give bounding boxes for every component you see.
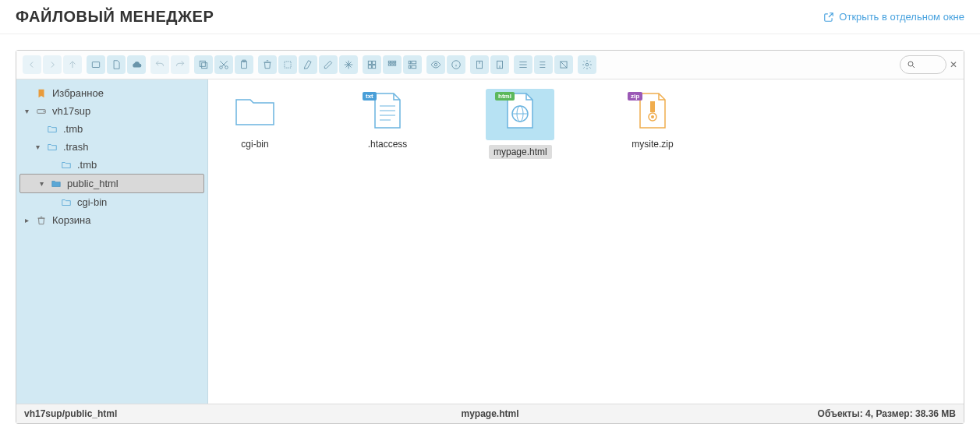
tree-recycle[interactable]: ▸ Корзина: [16, 211, 207, 229]
select-button[interactable]: [278, 55, 297, 74]
svg-rect-12: [368, 65, 371, 69]
info-button[interactable]: [447, 55, 465, 74]
tree-cgibin[interactable]: cgi-bin: [16, 193, 207, 211]
html-file-icon: html: [498, 92, 542, 129]
settings-button[interactable]: [578, 55, 596, 74]
external-link-icon: [823, 12, 834, 23]
svg-rect-10: [368, 61, 371, 64]
cut-button[interactable]: [214, 55, 233, 74]
new-folder-button[interactable]: [87, 55, 105, 74]
view-icons-button[interactable]: [363, 55, 381, 74]
page-title: ФАЙЛОВЫЙ МЕНЕДЖЕР: [16, 8, 214, 26]
folder-icon: [46, 142, 58, 153]
archive-button[interactable]: [490, 55, 509, 74]
page-header: ФАЙЛОВЫЙ МЕНЕДЖЕР Открыть в отдельном ок…: [0, 0, 980, 34]
zip-file-icon: zip: [631, 92, 674, 129]
svg-rect-11: [373, 61, 376, 64]
svg-point-29: [586, 63, 589, 66]
folder-open-icon: [50, 178, 62, 189]
tree-public-html[interactable]: ▾ public_html: [19, 174, 204, 193]
svg-rect-22: [412, 61, 416, 64]
copy-button[interactable]: [194, 55, 213, 74]
undo-button[interactable]: [150, 55, 169, 74]
svg-point-42: [651, 115, 654, 118]
rename-button[interactable]: [299, 55, 317, 74]
svg-rect-23: [412, 65, 416, 69]
tree-tmb[interactable]: .tmb: [16, 120, 207, 138]
view-small-button[interactable]: [383, 55, 402, 74]
svg-point-30: [908, 62, 913, 66]
bookmark-icon: [35, 88, 48, 99]
preview-button[interactable]: [426, 55, 445, 74]
collapse-icon[interactable]: ▾: [23, 107, 30, 115]
svg-rect-2: [92, 62, 99, 68]
svg-rect-18: [391, 64, 393, 65]
svg-point-32: [44, 111, 44, 111]
file-item-html[interactable]: html mypage.html: [489, 92, 551, 159]
svg-rect-16: [394, 61, 395, 62]
paste-button[interactable]: [235, 55, 253, 74]
delete-button[interactable]: [258, 55, 277, 74]
up-button[interactable]: [63, 55, 82, 74]
tree-tmb2[interactable]: .tmb: [16, 156, 207, 174]
tree-sidebar: Избранное ▾ vh17sup .tmb ▾: [16, 79, 208, 404]
txt-file-icon: txt: [366, 92, 409, 129]
collapse-icon[interactable]: ▾: [37, 179, 45, 188]
forward-button[interactable]: [43, 55, 62, 74]
status-bar: vh17sup/public_html mypage.html Объекты:…: [16, 404, 964, 423]
search-icon: [907, 60, 916, 69]
status-summary: Объекты: 4, Размер: 38.36 MB: [818, 408, 956, 419]
svg-point-24: [434, 63, 437, 66]
tree-favorites[interactable]: Избранное: [16, 84, 207, 102]
svg-rect-13: [373, 65, 376, 69]
select-none-button[interactable]: [534, 55, 553, 74]
extract-button[interactable]: [470, 55, 489, 74]
svg-rect-14: [388, 61, 390, 62]
file-manager: ✕ Избранное ▾ vh17sup: [16, 50, 964, 424]
folder-icon: [60, 197, 73, 208]
toolbar: ✕: [16, 51, 964, 79]
file-item-zip[interactable]: zip mysite.zip: [621, 92, 684, 151]
svg-rect-19: [394, 64, 395, 65]
open-new-window-link[interactable]: Открыть в отдельном окне: [823, 11, 964, 23]
folder-icon: [46, 124, 58, 135]
invert-button[interactable]: [554, 55, 573, 74]
trash-icon: [35, 215, 48, 226]
expand-icon[interactable]: ▸: [23, 216, 30, 224]
tree-root[interactable]: ▾ vh17sup: [16, 102, 207, 120]
redo-button[interactable]: [171, 55, 189, 74]
status-selected: mypage.html: [461, 408, 518, 419]
back-button[interactable]: [23, 55, 41, 74]
svg-rect-21: [409, 65, 410, 69]
star-button[interactable]: [339, 55, 358, 74]
file-item-folder[interactable]: cgi-bin: [224, 92, 286, 151]
file-item-txt[interactable]: txt .htaccess: [356, 92, 419, 151]
status-path: vh17sup/public_html: [24, 408, 117, 419]
tree-trash[interactable]: ▾ .trash: [16, 138, 207, 156]
collapse-icon[interactable]: ▾: [34, 143, 41, 151]
svg-rect-4: [200, 61, 205, 66]
folder-icon: [233, 92, 277, 129]
svg-rect-17: [388, 64, 390, 65]
svg-rect-15: [391, 61, 393, 62]
upload-button[interactable]: [127, 55, 146, 74]
search-input[interactable]: [900, 55, 946, 74]
svg-rect-20: [409, 61, 410, 64]
new-file-button[interactable]: [107, 55, 126, 74]
folder-icon: [60, 160, 73, 171]
select-all-button[interactable]: [514, 55, 532, 74]
file-pane[interactable]: cgi-bin txt .htaccess: [208, 79, 964, 404]
svg-rect-9: [285, 62, 291, 68]
drive-icon: [35, 106, 48, 117]
svg-rect-3: [202, 63, 207, 69]
view-list-button[interactable]: [403, 55, 422, 74]
svg-rect-40: [650, 101, 655, 112]
edit-button[interactable]: [319, 55, 338, 74]
search-clear-button[interactable]: ✕: [946, 59, 957, 70]
